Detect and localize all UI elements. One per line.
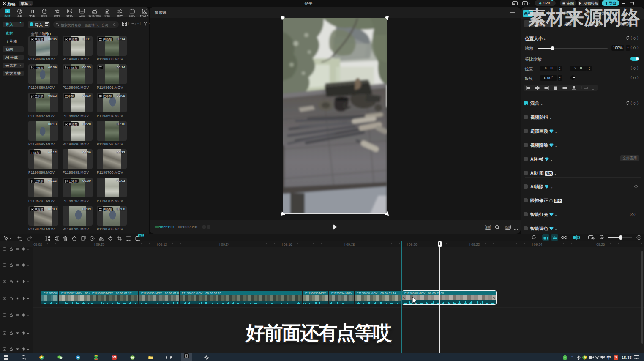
- svg-text:TI: TI: [30, 9, 34, 14]
- svg-text:适应: 适应: [505, 226, 511, 229]
- svg-text:原画: 原画: [485, 226, 491, 229]
